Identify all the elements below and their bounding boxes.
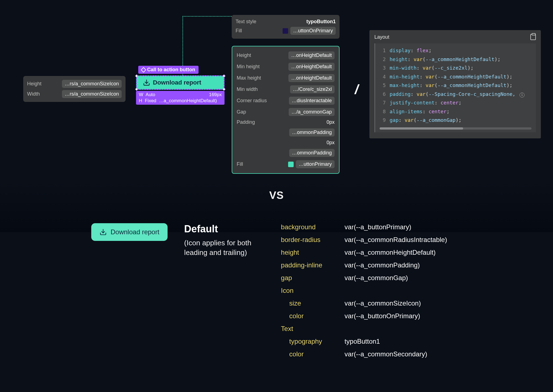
default-title: Default [184,223,264,235]
text-style-value[interactable]: typoButton1 [306,19,336,25]
component-name: Call to action button [147,67,195,73]
token-table: backgroundvar(--a_buttonPrimary) border-… [281,223,447,358]
clipboard-icon[interactable] [530,34,536,40]
horizontal-scrollbar[interactable] [380,127,531,130]
prop-label: Height [27,81,41,87]
figma-selected-node: Call to action button Download report W … [136,66,225,105]
token-chip[interactable]: …diusInteractable [289,97,335,105]
prop-row-width: Width …rs/a_commonSizeIcon [27,89,122,99]
size-readout: W Auto 169px H Fixed …a_commonHeightDefa… [136,91,225,105]
prop-row-text-style: Text style typoButton1 [236,18,336,26]
component-icon [141,67,146,73]
download-icon [100,228,107,236]
prop-label: Text style [236,19,256,25]
token-chip[interactable]: …onHeightDefault [288,63,335,71]
text-style-panel: Text style typoButton1 Fill …uttonOnPrim… [232,15,340,39]
token-chip[interactable]: …rs/a_commonSizeIcon [62,80,122,88]
code-panel: Layout 1display: flex; 2height: var(--a_… [369,30,541,138]
default-note: (Icon applies for both leading and trail… [184,238,264,257]
token-chip[interactable]: …uttonPrimary [296,160,335,168]
token-chip[interactable]: …/a_commonGap [289,108,335,116]
padding-value: 0px [327,119,335,125]
default-description: Default (Icon applies for both leading a… [184,223,264,358]
token-chip[interactable]: …onHeightDefault [288,51,335,59]
prop-row-fill: Fill …uttonOnPrimary [236,26,336,36]
download-icon [143,79,150,86]
info-icon[interactable]: i [520,93,525,98]
token-chip[interactable]: …onHeightDefault [288,74,335,82]
prop-label: Width [27,91,40,97]
component-badge[interactable]: Call to action button [138,66,199,74]
vs-separator: VS [269,190,284,201]
slash-separator: / [355,82,358,97]
download-button-preview[interactable]: Download report [136,75,225,90]
prop-row-height: Height …rs/a_commonSizeIcon [27,79,122,89]
button-label: Download report [111,228,159,236]
token-chip[interactable]: …/Core/c_size2xl [290,85,335,93]
download-button-clean[interactable]: Download report [91,223,168,241]
token-chip[interactable]: …uttonOnPrimary [290,27,336,35]
code-body[interactable]: 1display: flex; 2height: var(--a_commonH… [374,43,536,132]
clean-button-col: Download report [91,223,168,358]
bottom-comparison: Download report Default (Icon applies fo… [91,223,481,358]
token-chip[interactable]: …ommonPadding [289,149,335,157]
color-swatch[interactable] [283,28,288,34]
prop-label: Fill [236,28,242,34]
icon-size-panel: Height …rs/a_commonSizeIcon Width …rs/a_… [23,76,126,102]
padding-value: 0px [327,140,335,146]
layout-props-panel: Height…onHeightDefault Min height…onHeig… [232,46,340,174]
button-label: Download report [153,79,201,86]
token-chip[interactable]: …ommonPadding [289,128,335,136]
color-swatch[interactable] [288,162,294,167]
code-panel-title: Layout [374,34,389,40]
connector-line [182,16,232,17]
token-chip[interactable]: …rs/a_commonSizeIcon [62,90,122,98]
